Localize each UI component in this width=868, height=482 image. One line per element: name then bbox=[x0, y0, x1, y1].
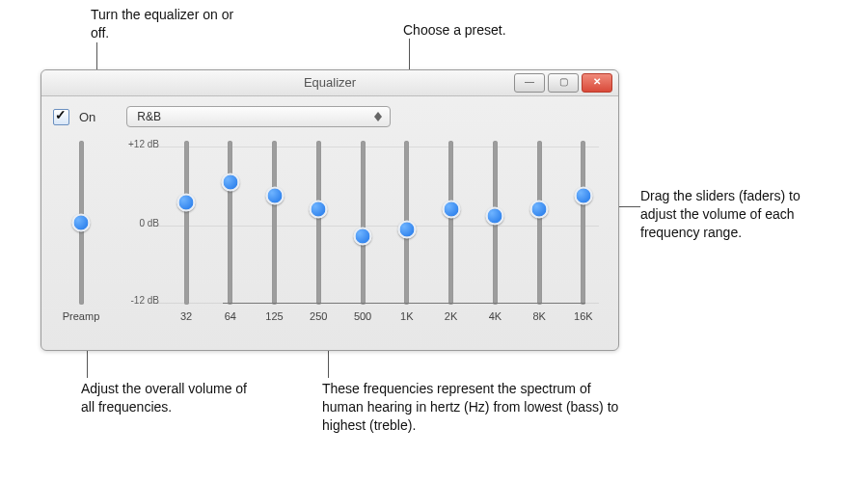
band-column-16K: 16K bbox=[566, 133, 601, 322]
eq-area: Preamp +12 dB 0 dB -12 dB 32641252505001… bbox=[41, 133, 618, 330]
eq-controls-row: On R&B bbox=[41, 96, 618, 133]
callout-freqs: These frequencies represent the spectrum… bbox=[322, 380, 631, 435]
freq-underline bbox=[223, 303, 585, 304]
band-column-250: 250 bbox=[301, 133, 336, 322]
eq-on-label: On bbox=[79, 110, 95, 124]
band-slider-16K[interactable] bbox=[581, 141, 585, 305]
band-column-64: 64 bbox=[213, 133, 248, 322]
band-thumb-250[interactable] bbox=[310, 200, 328, 218]
band-thumb-2K[interactable] bbox=[442, 200, 460, 218]
band-thumb-500[interactable] bbox=[354, 228, 372, 246]
db-label-m12: -12 dB bbox=[111, 295, 159, 306]
eq-on-checkbox[interactable] bbox=[53, 109, 69, 125]
chevron-updown-icon bbox=[370, 107, 386, 126]
band-slider-250[interactable] bbox=[316, 141, 321, 305]
band-freq-label: 8K bbox=[522, 310, 556, 322]
preset-select[interactable]: R&B bbox=[126, 106, 391, 127]
callout-preamp: Adjust the overall volume of all frequen… bbox=[81, 380, 255, 416]
band-freq-label: 32 bbox=[169, 310, 203, 322]
band-thumb-125[interactable] bbox=[265, 186, 284, 204]
band-column-8K: 8K bbox=[522, 133, 556, 322]
band-thumb-8K[interactable] bbox=[530, 200, 549, 218]
callout-sliders: Drag the sliders (faders) to adjust the … bbox=[640, 187, 833, 242]
db-label-column: +12 dB 0 dB -12 dB bbox=[109, 133, 163, 316]
band-slider-1K[interactable] bbox=[404, 141, 409, 305]
band-slider-32[interactable] bbox=[184, 141, 189, 305]
band-freq-label: 1K bbox=[390, 310, 424, 322]
db-label-p12: +12 dB bbox=[111, 139, 159, 149]
band-column-4K: 4K bbox=[477, 133, 512, 322]
window-minimize-button[interactable]: — bbox=[514, 73, 545, 93]
db-label-0: 0 dB bbox=[111, 218, 159, 228]
band-freq-label: 125 bbox=[258, 310, 292, 322]
band-freq-label: 16K bbox=[566, 310, 601, 322]
band-sliders: 32641252505001K2K4K8K16K bbox=[163, 133, 607, 322]
band-slider-4K[interactable] bbox=[493, 141, 498, 305]
band-column-500: 500 bbox=[345, 133, 380, 322]
band-column-2K: 2K bbox=[434, 133, 469, 322]
band-column-125: 125 bbox=[258, 133, 292, 322]
band-thumb-1K[interactable] bbox=[397, 221, 416, 239]
equalizer-window: Equalizer — ▢ ✕ On R&B Preamp bbox=[41, 69, 619, 351]
preset-selected-label: R&B bbox=[137, 110, 161, 123]
band-slider-8K[interactable] bbox=[537, 141, 542, 305]
window-title: Equalizer bbox=[304, 75, 356, 90]
callout-preset: Choose a preset. bbox=[403, 21, 567, 40]
window-maximize-button[interactable]: ▢ bbox=[548, 73, 579, 93]
band-slider-2K[interactable] bbox=[448, 141, 453, 305]
band-freq-label: 500 bbox=[345, 310, 380, 322]
band-slider-500[interactable] bbox=[361, 141, 366, 305]
band-thumb-32[interactable] bbox=[177, 193, 196, 211]
preamp-label: Preamp bbox=[53, 310, 109, 322]
band-slider-125[interactable] bbox=[272, 141, 277, 305]
preamp-slider[interactable] bbox=[79, 141, 84, 305]
callout-onoff: Turn the equalizer on or off. bbox=[91, 6, 255, 42]
band-thumb-64[interactable] bbox=[221, 173, 239, 191]
band-column-32: 32 bbox=[169, 133, 203, 322]
band-thumb-4K[interactable] bbox=[486, 206, 504, 225]
band-thumb-16K[interactable] bbox=[574, 186, 592, 204]
band-freq-label: 4K bbox=[477, 310, 512, 322]
band-freq-label: 250 bbox=[301, 310, 336, 322]
preamp-column: Preamp bbox=[53, 133, 109, 322]
band-freq-label: 2K bbox=[434, 310, 469, 322]
window-titlebar[interactable]: Equalizer — ▢ ✕ bbox=[41, 70, 618, 96]
band-freq-label: 64 bbox=[213, 310, 248, 322]
band-column-1K: 1K bbox=[390, 133, 424, 322]
preamp-thumb[interactable] bbox=[72, 214, 91, 232]
band-slider-64[interactable] bbox=[228, 141, 232, 305]
window-close-button[interactable]: ✕ bbox=[582, 73, 612, 93]
